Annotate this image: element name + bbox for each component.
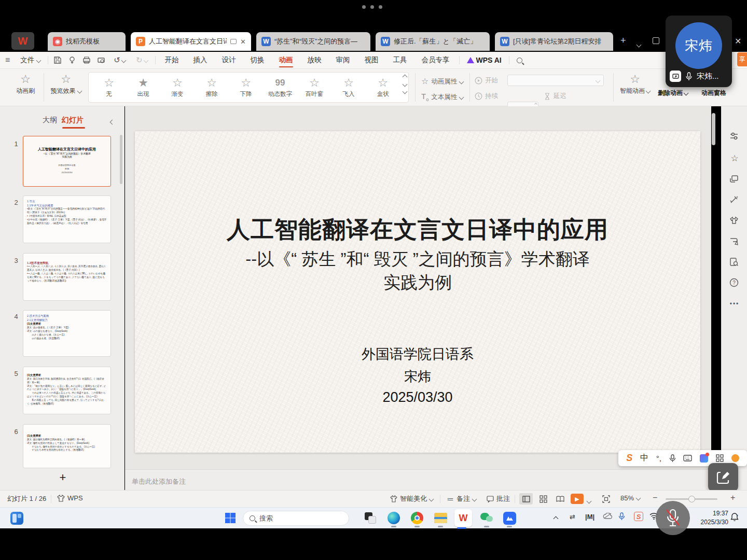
canvas-scrollbar[interactable] [712, 113, 715, 145]
slide-title[interactable]: 人工智能翻译在文言文日译中的应用 [135, 214, 700, 245]
onedrive-icon[interactable] [603, 513, 612, 519]
more-tools-icon[interactable]: ••• [729, 298, 740, 310]
tab-list-dropdown-icon[interactable] [637, 39, 641, 49]
menu-design[interactable]: 设计 [215, 52, 243, 68]
gallery-scroll-down-icon[interactable] [403, 82, 408, 87]
reading-view-button[interactable] [554, 493, 567, 505]
export-icon[interactable] [65, 56, 79, 64]
toolbox-grid-icon[interactable] [716, 454, 724, 462]
menu-home[interactable]: 开始 [158, 52, 186, 68]
outline-tab[interactable]: 大纲 [43, 116, 57, 125]
meeting-controls-dots-icon[interactable] [362, 5, 382, 9]
slide-thumbnail-4[interactable]: 2.技术方法与案例 2.1文意理解能力 (1)文意辨析 原文: 说小德者也。(《… [23, 310, 111, 357]
zoom-out-button[interactable]: − [653, 493, 657, 502]
object-properties-icon[interactable] [729, 131, 740, 143]
notes-panel[interactable]: 单击此处添加备注 [125, 469, 711, 490]
animation-painter-button[interactable]: ☆ 动画刷 [10, 74, 40, 95]
slides-tab[interactable]: 幻灯片 [62, 116, 84, 125]
effect-dynamic-number[interactable]: 99动态数字 [263, 77, 297, 98]
smart-animation-button[interactable]: ☆ 智能动画 [618, 74, 652, 95]
effect-blinds[interactable]: ☆百叶窗 [297, 77, 331, 98]
restore-window-icon[interactable] [653, 37, 659, 44]
transition-icon[interactable] [729, 174, 740, 185]
zoom-slider-thumb[interactable] [688, 496, 695, 502]
gallery-expand-icon[interactable] [403, 89, 408, 94]
template-skin-icon[interactable] [729, 215, 740, 227]
save-icon[interactable] [50, 56, 65, 64]
tab-active-presentation[interactable]: P 人工智能翻译在文言文日译中 ✕ [131, 32, 251, 51]
menu-review[interactable]: 审阅 [329, 52, 357, 68]
meeting-floating-window[interactable]: 宋炜 宋炜... [666, 16, 732, 87]
tencent-meeting-icon[interactable] [502, 511, 517, 525]
preview-effect-button[interactable]: ☆ 预览效果 [48, 74, 84, 95]
current-slide[interactable]: 人工智能翻译在文言文日译中的应用 --以《“ 苏生 ”和“ 毁灭 ”之间的预言》… [135, 131, 700, 453]
screen-annotation-button[interactable] [708, 463, 738, 492]
slide-thumbnail-1[interactable]: 人工智能翻译在文言文日译中的应用 --以《“苏生”和“毁灭”之间的预言》学术翻译… [23, 136, 111, 187]
tab-docer-templates[interactable]: ◉ 找稻壳模板 [48, 32, 126, 51]
tab-close-icon[interactable]: ✕ [240, 38, 246, 46]
print-preview-icon[interactable] [94, 56, 108, 64]
voice-access-icon[interactable] [618, 512, 625, 521]
skin-center-icon[interactable] [700, 454, 708, 463]
hamburger-menu-icon[interactable]: ≡ [0, 52, 15, 68]
slide-thumbnail-2[interactable]: 1.导言 1.1学术与文化的概要 •原文:《“苏生”和“毁灭”之间的预言——鲁迅… [23, 195, 111, 243]
menu-insert[interactable]: 插入 [186, 52, 215, 68]
start-button[interactable] [223, 511, 238, 525]
clock[interactable]: 19:37 2025/3/30 [694, 509, 728, 527]
notes-button[interactable]: ≔ 备注 [447, 494, 476, 503]
close-window-icon[interactable]: ✕ [735, 36, 741, 46]
taskbar-search[interactable]: 搜索 [243, 511, 349, 526]
effect-box[interactable]: ☆盒状 [366, 77, 400, 98]
punctuation-icon[interactable]: °, [656, 454, 661, 463]
menu-slideshow[interactable]: 放映 [300, 52, 329, 68]
chrome-icon[interactable] [410, 511, 424, 525]
add-slide-button[interactable]: + [55, 471, 71, 485]
file-menu[interactable]: 文件 [15, 52, 46, 68]
menu-member[interactable]: 会员专享 [414, 52, 457, 68]
find-replace-icon[interactable] [729, 257, 740, 268]
smart-beautify-icon[interactable] [729, 194, 740, 206]
slide-thumbnail-5[interactable]: (1)文意辨析 原文: 莫曰为彼之所佑, 如同携而往矣, 去之奈何? 曰: 在我… [23, 367, 111, 414]
slide-thumbnail-3[interactable]: 1.2技术使用契机 •一人则一义, 二人则二义, 十人则十义, 其人兹众, 其所… [23, 253, 111, 301]
slide-subtitle-line1[interactable]: --以《“ 苏生 ”和“ 毁灭 ”之间的预言》学术翻译 [135, 248, 700, 271]
animation-properties-dropdown[interactable]: ☆ 动画属性 [421, 76, 463, 87]
soft-keyboard-icon[interactable] [683, 455, 692, 461]
wps-theme-button[interactable]: WPS [57, 494, 83, 502]
sogou-logo-icon[interactable]: S [626, 453, 632, 464]
voice-input-icon[interactable] [669, 454, 676, 463]
edge-icon[interactable] [386, 511, 401, 525]
tab-doc-revised[interactable]: W 修正后.「蘇生」と「滅亡」の予言- [376, 32, 490, 51]
menu-view[interactable]: 视图 [357, 52, 386, 68]
play-options-icon[interactable] [587, 497, 591, 505]
undo-button[interactable]: ↺ [108, 52, 131, 68]
wechat-icon[interactable] [479, 511, 494, 525]
slideshow-play-button[interactable]: ▶ [571, 494, 584, 504]
meeting-mute-indicator[interactable] [656, 501, 690, 535]
comments-button[interactable]: 批注 [487, 494, 510, 503]
menu-tools[interactable]: 工具 [386, 52, 414, 68]
emoji-icon[interactable] [731, 454, 739, 462]
effect-descend[interactable]: ☆下降 [229, 77, 263, 98]
tray-expand-icon[interactable] [554, 514, 558, 522]
sogou-tray-icon[interactable]: S [634, 512, 643, 521]
effect-fade[interactable]: ☆渐变 [160, 77, 195, 98]
menu-transitions[interactable]: 切换 [243, 52, 272, 68]
print-icon[interactable] [79, 56, 94, 64]
help-icon[interactable]: ? [729, 277, 740, 289]
effect-none[interactable]: ☆无 [92, 77, 126, 98]
share-button[interactable]: 享 [737, 52, 747, 66]
slide-date[interactable]: 2025/03/30 [135, 389, 700, 405]
ink-signature-icon[interactable] [729, 236, 740, 247]
slide-author[interactable]: 宋炜 [135, 368, 700, 386]
task-view-icon[interactable] [363, 511, 378, 525]
zoom-level[interactable]: 85% [620, 494, 640, 502]
new-tab-button[interactable]: + [620, 35, 626, 46]
chinese-mode-icon[interactable]: 中 [640, 453, 648, 464]
animation-pane-icon[interactable]: ☆ [729, 153, 740, 164]
effect-fly-in[interactable]: ☆飞入 [331, 77, 366, 98]
text-properties-dropdown[interactable]: To 文本属性 [421, 92, 463, 102]
slide-department[interactable]: 外国语学院日语系 [135, 345, 700, 363]
thumbnail-scrollbar[interactable] [120, 135, 122, 184]
gallery-scroll-up-icon[interactable] [403, 75, 408, 80]
file-explorer-icon[interactable] [433, 511, 448, 525]
